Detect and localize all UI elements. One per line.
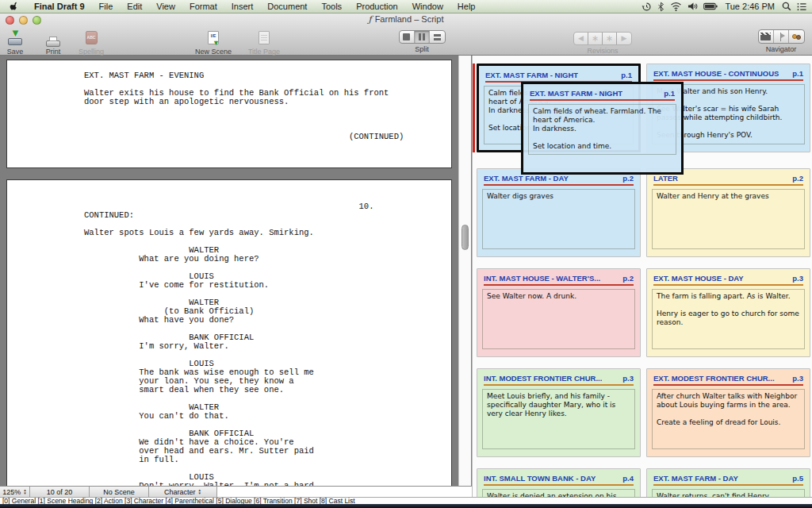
element-shortcut-legend: [0] General [1] Scene Heading [2] Action…	[0, 497, 812, 504]
scene-card[interactable]: EXT. MODEST FRONTIER CHUR...p.3 After ch…	[646, 368, 810, 457]
volume-icon[interactable]	[688, 2, 698, 11]
zoom-stepper-icon[interactable]: ▲▼	[23, 489, 26, 495]
next-revision-button[interactable]: ▶	[617, 33, 631, 44]
wifi-icon[interactable]	[670, 2, 682, 11]
final-draft-doc-icon: ƒ	[369, 14, 372, 25]
script-editor-panel: EXT. MAST FARM - EVENING Walter exits hi…	[0, 56, 472, 486]
menu-item-production[interactable]: Production	[349, 0, 405, 13]
print-icon	[46, 34, 60, 41]
characters-icon	[791, 33, 802, 41]
new-scene-button[interactable]: I/E▼ New Scene	[193, 29, 234, 56]
script-page-10[interactable]: 10. CONTINUED: Walter spots Louis a few …	[6, 179, 452, 486]
menu-item-format[interactable]: Format	[182, 0, 224, 13]
menu-item-window[interactable]: Window	[405, 0, 450, 13]
notification-center-icon[interactable]	[797, 2, 807, 11]
menu-item-insert[interactable]: Insert	[224, 0, 261, 13]
scene-card[interactable]: LATERp.2 Walter and Henry at the graves	[646, 168, 810, 257]
revision-star2-icon[interactable]: ∗	[603, 33, 617, 44]
flag-icon	[777, 33, 785, 41]
script-page-10-text: 10. CONTINUED: Walter spots Louis a few …	[7, 180, 451, 486]
spelling-icon: ABC	[86, 31, 98, 44]
menu-item-edit[interactable]: Edit	[120, 0, 149, 13]
scene-card[interactable]: INT. MAST HOUSE - WALTER'S...p.2 See Wal…	[477, 268, 641, 357]
page-indicator: 10 of 20	[30, 487, 90, 497]
navigator-control	[758, 29, 805, 44]
scene-card[interactable]: INT. MODEST FRONTIER CHUR...p.3 Meet Lou…	[477, 368, 641, 457]
menu-item-final-draft-9[interactable]: Final Draft 9	[27, 0, 92, 13]
bottom-edge-bar	[0, 504, 812, 508]
time-machine-icon[interactable]	[642, 2, 652, 12]
menu-item-document[interactable]: Document	[260, 0, 314, 13]
scene-card[interactable]: EXT. MAST HOUSE - DAYp.3 The farm is fal…	[646, 268, 810, 357]
save-button[interactable]: ▼ Save	[2, 29, 29, 56]
print-button[interactable]: Print	[40, 29, 67, 56]
element-stepper-icon[interactable]: ▲▼	[198, 489, 201, 495]
script-scrollbar[interactable]	[458, 56, 471, 486]
bluetooth-icon[interactable]	[657, 2, 665, 12]
spotlight-search-icon[interactable]	[782, 2, 791, 11]
element-type-select[interactable]: Character ▲▼	[149, 487, 217, 497]
menu-item-help[interactable]: Help	[450, 0, 483, 13]
split-none-button[interactable]	[400, 31, 415, 43]
new-scene-icon: I/E▼	[208, 31, 219, 44]
characters-navigator-button[interactable]	[789, 30, 804, 43]
drag-insert-indicator	[473, 64, 475, 152]
scene-indicator: No Scene	[90, 487, 149, 497]
split-horizontal-button[interactable]	[430, 31, 445, 43]
menu-item-tools[interactable]: Tools	[314, 0, 349, 13]
window-titlebar-toolbar: ƒFarmland – Script ▼ Save Print ABC Spel…	[0, 13, 812, 56]
split-vertical-button[interactable]	[415, 31, 430, 43]
scene-card[interactable]: INT. SMALL TOWN BANK - DAYp.4 Walter is …	[477, 468, 641, 498]
menu-item-view[interactable]: View	[149, 0, 182, 13]
scene-card[interactable]: EXT. MAST FARM - DAYp.2 Walter digs grav…	[477, 168, 641, 257]
dragged-scene-card[interactable]: EXT. MAST FARM - NIGHTp.1 Calm fields of…	[521, 82, 684, 175]
status-bar: 125% ▲▼ 10 of 20 No Scene Character ▲▼	[0, 486, 472, 497]
title-page-button[interactable]: Title Page	[245, 29, 283, 56]
scriptnotes-navigator-button[interactable]	[774, 30, 789, 43]
battery-icon[interactable]	[703, 2, 718, 10]
revisions-control: ◀ ∗ ∗ ▶	[573, 32, 632, 45]
menu-item-file[interactable]: File	[92, 0, 121, 13]
apple-logo-icon[interactable]	[0, 1, 27, 12]
index-cards-panel: EXT. MAST FARM - NIGHTp.1 Calm fields of…	[472, 56, 812, 498]
script-page-9[interactable]: EXT. MAST FARM - EVENING Walter exits hi…	[6, 60, 452, 168]
menu-bar: Final Draft 9 File Edit View Format Inse…	[0, 0, 812, 13]
revision-star-icon[interactable]: ∗	[588, 33, 603, 44]
zoom-level-control[interactable]: 125% ▲▼	[0, 487, 30, 497]
spelling-button[interactable]: ABC Spelling	[78, 29, 105, 56]
prev-revision-button[interactable]: ◀	[574, 33, 588, 44]
script-page-9-text: EXT. MAST FARM - EVENING Walter exits hi…	[7, 60, 451, 141]
save-icon: ▼	[7, 29, 23, 45]
clapperboard-icon	[760, 33, 771, 40]
scenes-navigator-button[interactable]	[759, 30, 774, 43]
status-blank-field	[217, 487, 472, 497]
window-title: ƒFarmland – Script	[0, 14, 812, 25]
menu-clock[interactable]: Tue 2:46 PM	[723, 2, 776, 11]
title-page-icon	[259, 31, 270, 44]
script-scrollbar-thumb[interactable]	[462, 225, 469, 250]
split-control	[399, 30, 446, 44]
scene-card[interactable]: EXT. MAST FARM - DAYp.5 Walter returns, …	[646, 468, 810, 498]
